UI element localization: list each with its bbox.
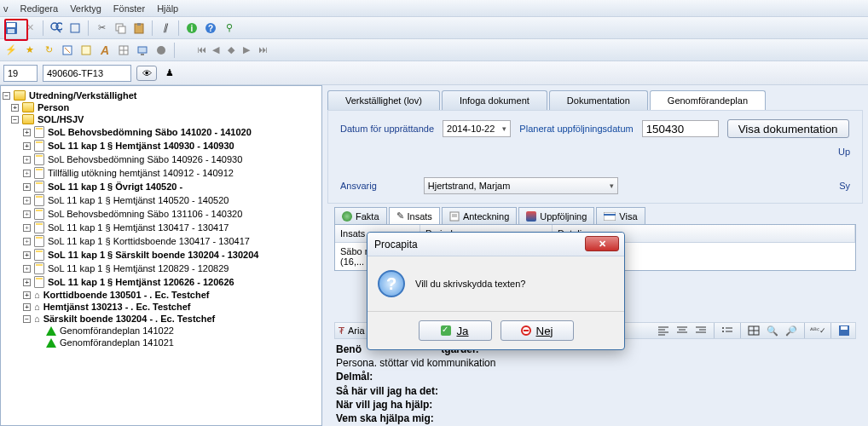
info-icon[interactable]: i [184,20,200,36]
menu-verktyg[interactable]: Verktyg [70,3,101,14]
help-icon[interactable]: ? [203,20,218,36]
tab-dokumentation[interactable]: Dokumentation [549,90,648,110]
tree-item[interactable]: SoL 11 kap 1 § Hemtjänst 120626 - 120626 [3,275,320,289]
tree-item[interactable]: SoL 11 kap 1 § Hemtjänst 130417 - 130417 [3,221,320,234]
font-name[interactable]: Aria [348,325,365,336]
expand-icon[interactable] [23,170,31,177]
expand-icon[interactable] [23,142,31,150]
tree-item[interactable]: Genomförandeplan 141022 [3,325,320,337]
tree-item[interactable]: Genomförandeplan 141021 [3,337,320,348]
tree-item[interactable]: SoL Behovsbedömning Säbo 140926 - 140930 [3,153,320,166]
star-icon[interactable]: ★ [22,43,38,58]
lightning-icon[interactable]: ⚡ [3,43,19,58]
menu-hjalp[interactable]: Hjälp [157,3,178,14]
sy-link[interactable]: Sy [839,181,850,191]
expand-icon[interactable] [23,129,31,136]
expand-icon[interactable] [11,104,19,112]
a-icon[interactable]: A [97,43,113,58]
tree-item[interactable]: SoL Behovsbedömning Säbo 131106 - 140320 [3,207,320,221]
planerat-input[interactable] [642,120,719,137]
config-icon[interactable]: ⚲ [222,20,237,36]
align-center-icon[interactable] [674,323,690,338]
tree-sol[interactable]: SOL/HSJV [3,113,320,125]
menu-redigera[interactable]: Redigera [20,3,59,14]
find-icon[interactable] [67,20,83,36]
expand-icon[interactable] [23,279,31,286]
expand-icon[interactable] [23,303,31,311]
ansvarig-dropdown[interactable]: Hjertstrand, Marjam [424,177,618,194]
font-icon[interactable]: ₮ [339,325,344,337]
expand-icon[interactable] [23,183,31,191]
tree-item[interactable]: SoL 11 kap 1 § Hemtjänst 120829 - 120829 [3,262,320,275]
expand-icon[interactable] [23,265,31,273]
dialog-no-button[interactable]: Nej [501,320,574,341]
dialog-close-button[interactable]: ✕ [585,236,619,251]
wand-icon[interactable]: ∥ [158,20,173,36]
tree-person[interactable]: Person [3,101,320,113]
tree-item[interactable]: SoL Behovsbedömning Säbo 141020 - 141020 [3,125,320,139]
subtab-visa[interactable]: Visa [596,207,645,224]
subtab-insats[interactable]: ✎Insats [389,207,440,224]
nav-dot-icon[interactable]: ◆ [228,44,240,56]
subtab-fakta[interactable]: Fakta [334,207,387,224]
save-doc-icon[interactable] [836,323,852,338]
record-number-input[interactable] [3,65,38,82]
copy-icon[interactable] [113,20,128,36]
expand-icon[interactable] [23,251,31,259]
tree-item[interactable]: Tillfällig utökning hemtjänst 140912 - 1… [3,166,320,180]
collapse-icon[interactable] [11,116,19,124]
delete-icon[interactable]: ✕ [22,20,38,36]
nav-prev-icon[interactable]: ◀ [212,44,224,56]
expand-icon[interactable] [23,210,31,218]
tree-root[interactable]: Utredning/Verkställighet [3,89,320,101]
tree-item[interactable]: SoL 11 kap 1 § Hemtjänst 140930 - 140930 [3,139,320,153]
expand-icon[interactable] [23,197,31,204]
collapse-icon[interactable] [23,315,31,323]
tree-item[interactable]: SoL 11 kap 1 § Särskilt boende 130204 - … [3,248,320,262]
paste-icon[interactable] [131,20,147,36]
subtab-uppfoljning[interactable]: Uppföljning [518,207,594,224]
find-icon[interactable]: 🔍 [765,323,780,338]
spellcheck-icon[interactable]: ᴬᴮᶜ✓ [810,323,825,338]
nav-first-icon[interactable]: ⏮ [197,44,209,56]
save-button[interactable] [3,20,19,36]
grid-icon[interactable] [116,43,131,58]
cut-icon[interactable]: ✂ [94,20,109,36]
view-icon[interactable]: 👁 [136,66,157,81]
note-icon[interactable] [78,43,94,58]
tab-infogadokument[interactable]: Infoga dokument [442,90,547,110]
subtab-anteckning[interactable]: Anteckning [442,207,517,224]
list-icon[interactable] [720,323,735,338]
search-icon[interactable] [49,20,64,36]
monitor-icon[interactable] [135,43,150,58]
person-icon[interactable]: ♟ [162,66,177,81]
tree-item[interactable]: ⌂Särskilt boende 130204 - . Ec. Testchef [3,313,320,325]
menu-fonster[interactable]: Fönster [113,3,145,14]
collapse-icon[interactable] [3,92,10,100]
dialog-yes-button[interactable]: Ja [419,320,492,341]
datum-dropdown[interactable]: 2014-10-22 [443,120,511,137]
nav-last-icon[interactable]: ⏭ [258,44,270,56]
editor-content[interactable]: Benö tgärder. Persona. stöttar vid kommu… [334,339,856,426]
refresh-icon[interactable]: ↻ [41,43,56,58]
edit-icon[interactable] [60,43,75,58]
record-code-input[interactable] [43,65,131,82]
menu-view[interactable]: v [3,3,9,14]
tree-item[interactable]: SoL 11 kap 1 § Hemtjänst 140520 - 140520 [3,193,320,207]
align-right-icon[interactable] [693,323,709,338]
visa-dokumentation-button[interactable]: Visa dokumentation [727,119,849,138]
find-next-icon[interactable]: 🔎 [784,323,799,338]
expand-icon[interactable] [23,238,31,245]
tree-item[interactable]: SoL 11 kap 1 § Övrigt 140520 - [3,180,320,193]
tab-verkstallighet[interactable]: Verkställighet (lov) [327,90,440,110]
table-icon[interactable] [746,323,761,338]
nav-next-icon[interactable]: ▶ [243,44,255,56]
expand-icon[interactable] [23,224,31,232]
expand-icon[interactable] [23,291,31,299]
tree-pane[interactable]: Utredning/Verkställighet Person SOL/HSJV… [0,85,322,426]
tab-genomforandeplan[interactable]: Genomförandeplan [650,90,766,110]
tree-item[interactable]: ⌂Korttidboende 130501 - . Ec. Testchef [3,289,320,301]
record-icon[interactable] [153,43,169,58]
expand-icon[interactable] [23,156,31,164]
up-link[interactable]: Up [838,147,850,157]
